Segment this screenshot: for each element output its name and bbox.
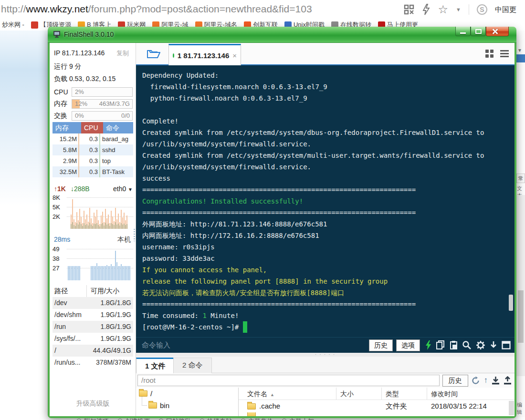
path-history-button[interactable]: 历史	[442, 375, 468, 387]
window-icon[interactable]	[502, 341, 511, 349]
editor-tab-fragment[interactable]: 常	[516, 174, 525, 183]
network-bar	[95, 195, 96, 229]
paste-icon[interactable]	[450, 340, 458, 350]
ping-bar	[79, 247, 80, 280]
network-bar	[125, 195, 126, 229]
ping-bar	[122, 247, 123, 280]
ping-bar	[76, 247, 77, 280]
process-table: 内存 CPU 命令 15.2M0.3barad_ag5.8M0.3sshd2.9…	[52, 122, 133, 177]
panel-splitter[interactable]: · · · · ·	[136, 353, 514, 357]
column-header-filename[interactable]: 文件名▲	[239, 388, 336, 400]
network-bar	[88, 195, 89, 229]
interface-selector[interactable]: eth0 ▼	[113, 185, 133, 193]
axis-tick-label: 2K	[52, 213, 65, 220]
network-bar	[114, 195, 115, 229]
copy-ip-link[interactable]: 复制	[116, 49, 129, 58]
filelist-scrollbar-thumb[interactable]	[509, 401, 514, 415]
terminal-line: 内网面板地址: http://172.16.16.2:8888/e676c581	[142, 230, 514, 241]
file-row[interactable]: .cache文件夹2018/03/15 22:14	[239, 400, 514, 412]
ping-bar	[125, 247, 126, 280]
terminal-line: username: r0s3ipjs	[142, 241, 514, 253]
axis-tick-label: 38	[52, 255, 65, 262]
refresh-icon[interactable]	[471, 376, 480, 385]
terminal-line: Congratulations! Installed successfully!	[142, 195, 514, 207]
scrollbar-thumb[interactable]	[518, 290, 524, 343]
ping-bar	[82, 247, 83, 280]
minimize-button[interactable]	[455, 27, 471, 36]
editor-toolbar-fragment	[516, 54, 525, 62]
axis-tick-label: 5K	[52, 204, 65, 211]
disk-row: /dev1.8G/1.8G	[52, 297, 133, 309]
chevron-down-icon[interactable]: ▼	[456, 7, 461, 12]
maximize-button[interactable]	[471, 27, 486, 36]
sidebar-splitter[interactable]	[134, 229, 135, 241]
sort-asc-icon: ▲	[270, 392, 274, 397]
grid-view-icon[interactable]	[485, 50, 494, 58]
disk-row: /run/us...378M/378M	[52, 357, 133, 369]
network-bar	[108, 195, 109, 229]
network-bar	[121, 195, 122, 229]
download-icon[interactable]	[492, 376, 500, 385]
screen: http://www.wkzy.net/forum.php?mod=post&a…	[0, 0, 525, 420]
close-tab-icon[interactable]: ×	[232, 51, 237, 60]
network-bar	[81, 195, 82, 229]
network-bar	[91, 195, 92, 229]
ping-bar	[119, 247, 120, 280]
ping-bar	[81, 247, 82, 280]
network-bar	[85, 195, 86, 229]
ping-bar	[95, 247, 96, 280]
terminal-line: ========================================…	[142, 298, 514, 310]
upgrade-link[interactable]: 升级高级版	[50, 400, 136, 408]
window-titlebar[interactable]: FinalShell 3.0.10	[48, 27, 516, 43]
column-header-type[interactable]: 类型	[382, 388, 427, 400]
copy-icon[interactable]	[436, 340, 445, 350]
lightning-icon[interactable]	[422, 4, 430, 15]
lightning-icon[interactable]	[425, 340, 432, 350]
tree-item-bin[interactable]: bin	[136, 400, 238, 411]
path-input[interactable]: /root	[137, 375, 440, 386]
divider	[469, 4, 469, 15]
terminal-line	[142, 104, 514, 115]
browser-address-bar[interactable]: http://www.wkzy.net/forum.php?mod=post&a…	[0, 0, 525, 19]
column-header-size[interactable]: 大小	[336, 388, 382, 400]
bookmark-item[interactable]: 炒米网 -	[2, 20, 24, 29]
tree-item-root[interactable]: /	[136, 388, 238, 400]
tab-commands[interactable]: 2 命令	[173, 358, 212, 373]
qr-scan-icon[interactable]	[404, 4, 414, 15]
ping-bar	[118, 247, 119, 280]
network-bar	[79, 195, 80, 229]
network-bar	[111, 195, 112, 229]
network-bar	[102, 195, 103, 229]
network-bar	[99, 195, 100, 229]
command-input[interactable]: 命令输入	[142, 341, 366, 350]
disk-row: /44.4G/49.1G	[52, 345, 133, 357]
finalshell-window: FinalShell 3.0.10 IP 81.71.123.146复制 运行 …	[48, 29, 516, 418]
column-header-mtime[interactable]: 修改时间	[427, 388, 514, 400]
ping-bar	[104, 247, 105, 280]
up-arrow-icon[interactable]: ↑	[484, 376, 488, 385]
tab-files[interactable]: 1 文件	[136, 358, 175, 373]
load-average: 负载 0.53, 0.32, 0.15	[54, 75, 116, 83]
gear-icon[interactable]	[476, 340, 485, 350]
network-bar	[101, 195, 102, 229]
options-button[interactable]: 选项	[396, 339, 420, 351]
open-folder-icon[interactable]	[147, 48, 161, 59]
ping-bar	[101, 247, 102, 280]
column-header-size: 可用/大小	[87, 285, 133, 297]
search-icon[interactable]	[462, 340, 472, 350]
terminal-output[interactable]: Dependency Updated: firewalld-filesystem…	[136, 65, 514, 337]
terminal-line: [root@VM-16-2-centos ~]#	[142, 321, 514, 333]
ping-bar	[91, 247, 92, 280]
terminal-scrollbar-thumb[interactable]	[509, 295, 513, 311]
history-button[interactable]: 历史	[369, 339, 393, 351]
upload-icon[interactable]	[504, 376, 512, 385]
sogou-icon[interactable]: S	[477, 4, 487, 15]
session-tab[interactable]: 1 81.71.123.146 ×	[168, 44, 241, 65]
folder-icon	[247, 412, 256, 416]
terminal-line: success	[142, 173, 514, 184]
favorite-star-icon[interactable]: ☆	[438, 4, 449, 15]
download-icon[interactable]	[490, 340, 497, 350]
terminal-line: If you cannot access the panel,	[142, 264, 514, 276]
close-button[interactable]	[486, 27, 509, 36]
menu-icon[interactable]	[500, 50, 509, 57]
